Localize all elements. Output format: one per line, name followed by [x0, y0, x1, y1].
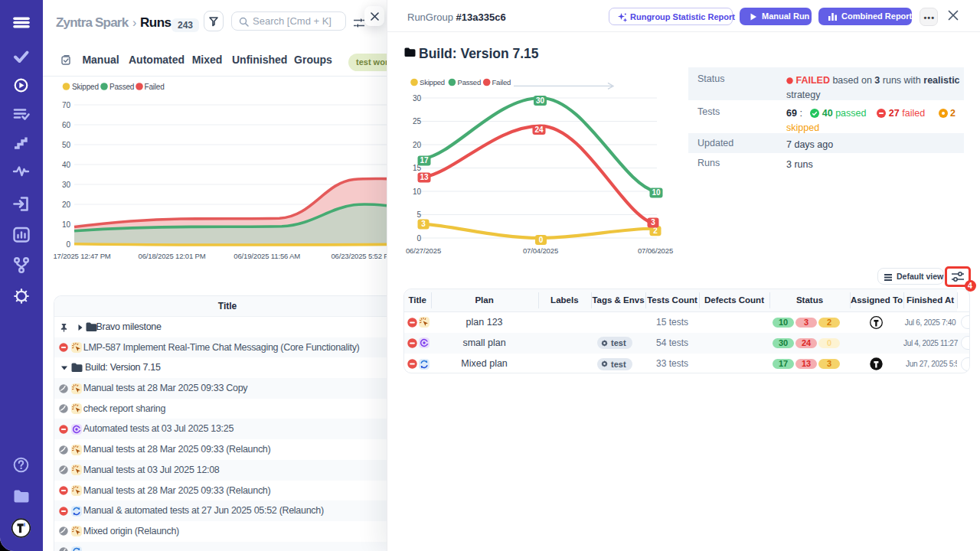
svg-text:30: 30	[536, 96, 545, 105]
svg-text:30: 30	[413, 94, 422, 103]
svg-text:06/27/2025: 06/27/2025	[406, 246, 441, 255]
svg-text:06/18/2025 12:01 PM: 06/18/2025 12:01 PM	[139, 252, 206, 260]
svg-text:40: 40	[62, 161, 71, 169]
svg-text:0: 0	[539, 236, 544, 244]
svg-text:25: 25	[413, 117, 422, 126]
svg-text:Failed: Failed	[145, 83, 165, 91]
svg-text:Passed: Passed	[458, 78, 482, 86]
svg-text:3: 3	[651, 218, 655, 227]
svg-text:Skipped: Skipped	[420, 78, 445, 86]
svg-text:13: 13	[420, 173, 429, 181]
svg-text:07/06/2025: 07/06/2025	[638, 246, 673, 255]
svg-text:Failed: Failed	[492, 78, 511, 86]
svg-text:50: 50	[62, 141, 71, 149]
svg-text:20: 20	[62, 201, 71, 209]
svg-text:3: 3	[421, 220, 426, 228]
svg-text:07/04/2025: 07/04/2025	[523, 246, 558, 255]
svg-text:Skipped: Skipped	[72, 83, 99, 91]
svg-text:0: 0	[416, 234, 421, 243]
svg-text:06/23/2025 5:52 P: 06/23/2025 5:52 P	[331, 252, 387, 260]
svg-text:Passed: Passed	[109, 83, 134, 91]
svg-text:70: 70	[62, 101, 71, 109]
svg-text:10: 10	[652, 188, 661, 197]
svg-text:5: 5	[416, 210, 421, 219]
svg-text:06/19/2025 11:56 AM: 06/19/2025 11:56 AM	[234, 252, 300, 260]
svg-text:2: 2	[653, 227, 658, 235]
svg-text:17: 17	[420, 156, 429, 165]
svg-text:17/2025 12:47 PM: 17/2025 12:47 PM	[53, 252, 110, 260]
svg-text:30: 30	[62, 181, 71, 189]
svg-text:10: 10	[62, 220, 71, 229]
svg-text:20: 20	[413, 141, 422, 149]
svg-text:60: 60	[62, 121, 71, 129]
svg-text:10: 10	[413, 187, 422, 196]
svg-text:0: 0	[66, 240, 70, 249]
svg-text:24: 24	[534, 126, 544, 134]
